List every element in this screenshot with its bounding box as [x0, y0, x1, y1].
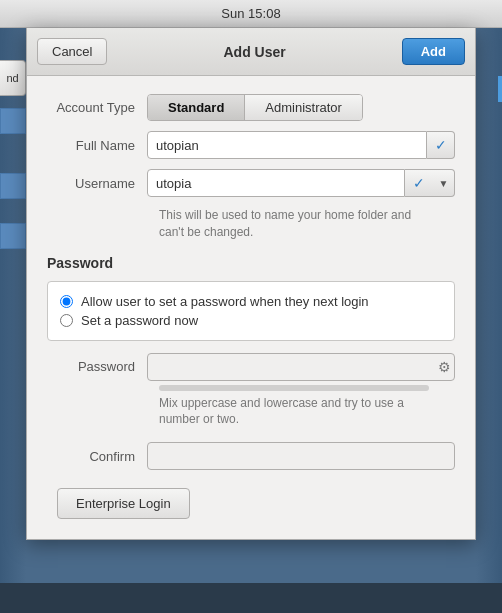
radio-set-password-label: Set a password now	[81, 313, 198, 328]
confirm-label: Confirm	[47, 449, 147, 464]
username-row: Username ✓ ▼	[47, 169, 455, 197]
username-check-btn[interactable]: ✓	[405, 169, 433, 197]
username-label: Username	[47, 176, 147, 191]
titlebar: Sun 15:08	[0, 0, 502, 28]
account-type-row: Account Type Standard Administrator	[47, 94, 455, 121]
strength-bar-container	[159, 385, 455, 391]
dialog-header: Cancel Add User Add	[27, 28, 475, 76]
side-cancel-partial: nd	[0, 60, 26, 96]
password-label: Password	[47, 359, 147, 374]
account-type-group: Standard Administrator	[147, 94, 363, 121]
clock: Sun 15:08	[221, 6, 280, 21]
confirm-row: Confirm	[47, 442, 455, 470]
username-info: This will be used to name your home fold…	[159, 207, 455, 241]
full-name-row: Full Name ✓	[47, 131, 455, 159]
password-options-box: Allow user to set a password when they n…	[47, 281, 455, 341]
radio-allow-user[interactable]: Allow user to set a password when they n…	[60, 294, 442, 309]
administrator-btn[interactable]: Administrator	[245, 95, 362, 120]
standard-btn[interactable]: Standard	[148, 95, 245, 120]
password-section-title: Password	[47, 255, 455, 271]
full-name-input-wrap: ✓	[147, 131, 455, 159]
side-btn3	[0, 223, 26, 249]
radio-allow-user-label: Allow user to set a password when they n…	[81, 294, 369, 309]
full-name-check-btn[interactable]: ✓	[427, 131, 455, 159]
password-field-row: Password ⚙	[47, 353, 455, 381]
strength-bar-track	[159, 385, 429, 391]
side-btn2	[0, 173, 26, 199]
full-name-label: Full Name	[47, 138, 147, 153]
password-input[interactable]	[147, 353, 455, 381]
add-button[interactable]: Add	[402, 38, 465, 65]
radio-set-password-input[interactable]	[60, 314, 73, 327]
username-input[interactable]	[147, 169, 405, 197]
password-input-wrap: ⚙	[147, 353, 455, 381]
radio-set-password[interactable]: Set a password now	[60, 313, 442, 328]
side-right-btn	[498, 76, 502, 102]
cancel-button[interactable]: Cancel	[37, 38, 107, 65]
confirm-input[interactable]	[147, 442, 455, 470]
password-gear-button[interactable]: ⚙	[438, 359, 451, 375]
enterprise-login-button[interactable]: Enterprise Login	[57, 488, 190, 519]
username-input-wrap: ✓ ▼	[147, 169, 455, 197]
side-btn1	[0, 108, 26, 134]
username-dropdown-btn[interactable]: ▼	[433, 169, 455, 197]
side-right-bg	[476, 28, 502, 613]
add-user-dialog: Cancel Add User Add Account Type Standar…	[26, 28, 476, 540]
dialog-body: Account Type Standard Administrator Full…	[27, 76, 475, 539]
account-type-label: Account Type	[47, 100, 147, 115]
dialog-title: Add User	[223, 44, 285, 60]
bottom-bar	[0, 583, 502, 613]
full-name-input[interactable]	[147, 131, 427, 159]
strength-hint: Mix uppercase and lowercase and try to u…	[159, 395, 455, 429]
side-left-bg: nd	[0, 28, 26, 613]
radio-allow-user-input[interactable]	[60, 295, 73, 308]
